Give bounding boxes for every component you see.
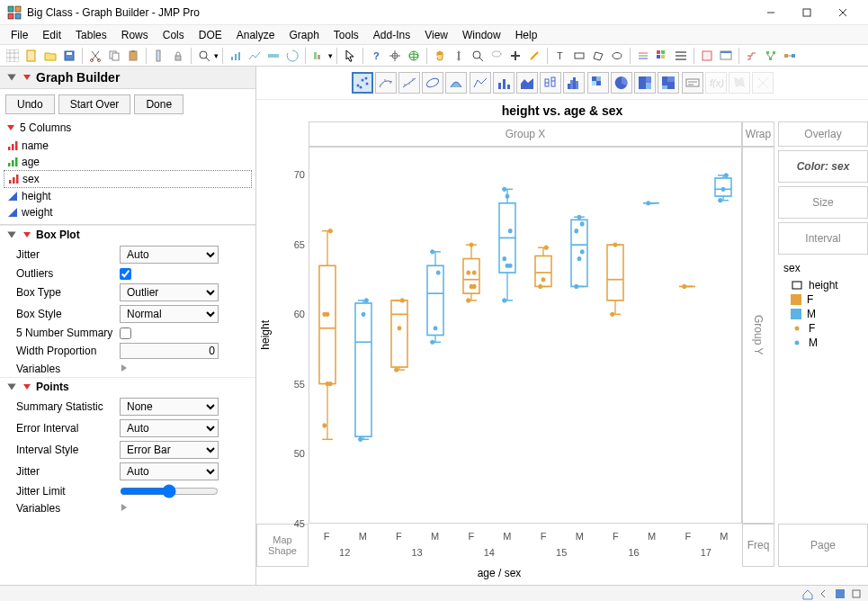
palette-map-icon[interactable]: [729, 72, 750, 94]
menu-analyze[interactable]: Analyze: [229, 27, 282, 43]
menu-window[interactable]: Window: [455, 27, 508, 43]
size-dropzone[interactable]: Size: [778, 186, 868, 219]
start-over-button[interactable]: Start Over: [58, 94, 131, 114]
menu-file[interactable]: File: [4, 27, 35, 43]
interval-dropzone[interactable]: Interval: [778, 222, 868, 255]
boxplot-section-header[interactable]: Box Plot: [0, 226, 255, 244]
minimize-button[interactable]: [753, 0, 789, 25]
tool-zoom2-icon[interactable]: [469, 47, 487, 65]
tool-poly-icon[interactable]: [589, 47, 607, 65]
tool-zoom-icon[interactable]: [195, 47, 213, 65]
menu-help[interactable]: Help: [508, 27, 545, 43]
palette-ellipse-icon[interactable]: [422, 72, 443, 94]
points-options-icon[interactable]: [22, 381, 32, 392]
tool-chart3-icon[interactable]: [264, 47, 282, 65]
tool-rect-icon[interactable]: [570, 47, 588, 65]
color-dropzone[interactable]: Color: sex: [778, 150, 868, 183]
boxtype-select[interactable]: Outlier: [120, 283, 219, 301]
done-button[interactable]: Done: [134, 94, 183, 114]
palette-smoother-icon[interactable]: [375, 72, 397, 94]
tool-text-icon[interactable]: T: [551, 47, 569, 65]
map-shape-dropzone[interactable]: Map Shape: [256, 524, 309, 567]
undo-button[interactable]: Undo: [5, 94, 55, 114]
tool-distribution-icon[interactable]: [309, 47, 327, 65]
menu-doe[interactable]: DOE: [192, 27, 229, 43]
close-button[interactable]: [825, 0, 861, 25]
legend-item[interactable]: M: [783, 336, 863, 350]
disclose-icon[interactable]: [5, 229, 18, 241]
tool-save-icon[interactable]: [60, 47, 78, 65]
legend-item[interactable]: height: [783, 278, 863, 292]
group-y-dropzone[interactable]: Group Y: [742, 147, 774, 524]
tool-bars-icon[interactable]: [634, 47, 652, 65]
jitter-select[interactable]: Auto: [120, 246, 219, 264]
variables-disclose-icon[interactable]: [120, 363, 129, 375]
menu-add-ins[interactable]: Add-Ins: [366, 27, 417, 43]
palette-pie-icon[interactable]: [611, 72, 632, 94]
boxstyle-select[interactable]: Normal: [120, 305, 219, 323]
disclose-icon[interactable]: [5, 381, 18, 393]
widthprop-input[interactable]: [120, 343, 219, 359]
tool-chart2-icon[interactable]: [246, 47, 264, 65]
tool-globe-icon[interactable]: [405, 47, 423, 65]
tool-plus-icon[interactable]: [506, 47, 524, 65]
page-dropzone[interactable]: Page: [778, 524, 868, 567]
tool-oval-icon[interactable]: [608, 47, 626, 65]
tool-grid-icon[interactable]: [4, 47, 22, 65]
tool-help-icon[interactable]: ?: [367, 47, 385, 65]
tool-dendro-icon[interactable]: [743, 47, 761, 65]
outliers-checkbox[interactable]: [120, 268, 131, 280]
column-age[interactable]: age: [4, 154, 252, 170]
boxplot-options-icon[interactable]: [22, 229, 32, 240]
tool-chart4-icon[interactable]: [283, 47, 301, 65]
tool-list-icon[interactable]: [672, 47, 690, 65]
menu-graph[interactable]: Graph: [282, 27, 326, 43]
tool-crosshair-icon[interactable]: [386, 47, 404, 65]
column-sex[interactable]: sex: [4, 170, 252, 188]
tool-paste-icon[interactable]: [124, 47, 142, 65]
palette-histogram-icon[interactable]: [563, 72, 585, 94]
tool-pointer-icon[interactable]: [341, 47, 359, 65]
freq-dropzone[interactable]: Freq: [742, 524, 774, 567]
palette-heatmap-icon[interactable]: [587, 72, 609, 94]
error-interval-select[interactable]: Auto: [120, 419, 219, 437]
back-icon[interactable]: [818, 588, 830, 600]
menu-edit[interactable]: Edit: [35, 27, 68, 43]
wrap-dropzone[interactable]: Wrap: [742, 121, 774, 147]
tool-tree-icon[interactable]: [762, 47, 780, 65]
tool-chart1-icon[interactable]: [227, 47, 245, 65]
palette-line-icon[interactable]: [470, 72, 491, 94]
home-icon[interactable]: [801, 588, 814, 600]
legend-item[interactable]: M: [783, 307, 863, 321]
tool-lasso-icon[interactable]: [488, 47, 506, 65]
palette-regression-icon[interactable]: [398, 72, 420, 94]
tool-script-icon[interactable]: [698, 47, 716, 65]
legend-item[interactable]: F: [783, 321, 863, 336]
tool-copy-icon[interactable]: [105, 47, 123, 65]
column-height[interactable]: height: [4, 188, 252, 204]
palette-contour-icon[interactable]: [445, 72, 467, 94]
tool-new-icon[interactable]: [22, 47, 40, 65]
palette-mosaic-icon[interactable]: [658, 72, 679, 94]
tool-scroll-icon[interactable]: [450, 47, 468, 65]
palette-formula-icon[interactable]: f(x): [705, 72, 727, 94]
palette-bar-icon[interactable]: [493, 72, 515, 94]
tool-lock-icon[interactable]: [169, 47, 187, 65]
tool-cut-icon[interactable]: [86, 47, 104, 65]
status-save-icon[interactable]: [834, 588, 846, 600]
jitter-limit-slider[interactable]: [120, 484, 219, 498]
columns-options-icon[interactable]: [5, 122, 16, 133]
options-red-triangle-icon[interactable]: [22, 72, 32, 83]
palette-area-icon[interactable]: [516, 72, 538, 94]
tool-brush-icon[interactable]: [525, 47, 543, 65]
palette-caption-icon[interactable]: [682, 72, 703, 94]
menu-tools[interactable]: Tools: [327, 27, 366, 43]
disclose-triangle-icon[interactable]: [5, 71, 18, 84]
menu-tables[interactable]: Tables: [68, 27, 114, 43]
group-x-dropzone[interactable]: Group X: [309, 121, 742, 147]
menu-view[interactable]: View: [417, 27, 455, 43]
tool-grid2-icon[interactable]: [653, 47, 671, 65]
palette-parallel-icon[interactable]: [752, 72, 774, 94]
points-section-header[interactable]: Points: [0, 378, 255, 396]
summary-stat-select[interactable]: None: [120, 398, 219, 416]
